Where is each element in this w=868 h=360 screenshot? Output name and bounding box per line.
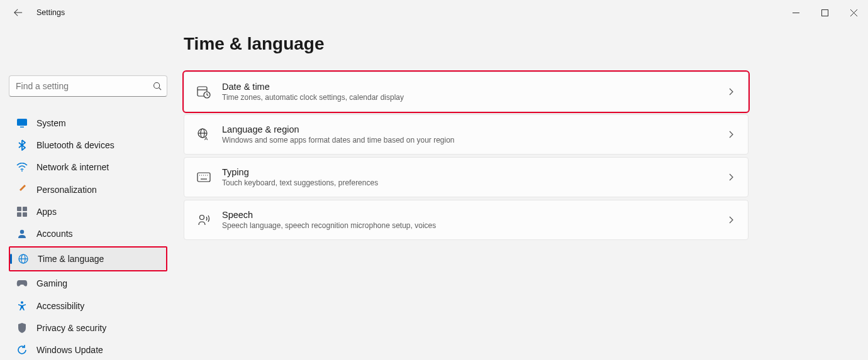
svg-rect-12: [23, 212, 27, 217]
apps-icon: [16, 206, 28, 217]
sidebar-item-personalization[interactable]: Personalization: [9, 180, 167, 199]
paintbrush-icon: [16, 184, 28, 195]
card-date-and-time[interactable]: Date & time Time zones, automatic clock …: [184, 72, 748, 112]
card-subtitle: Speech language, speech recognition micr…: [222, 221, 715, 231]
keyboard-icon: [197, 170, 211, 184]
sidebar-item-accessibility[interactable]: Accessibility: [9, 296, 167, 315]
close-button[interactable]: [839, 3, 868, 23]
card-subtitle: Windows and some apps format dates and t…: [222, 136, 715, 146]
app-title: Settings: [36, 8, 65, 17]
svg-point-13: [20, 230, 24, 234]
maximize-button[interactable]: [810, 3, 839, 23]
sidebar-item-label: Network & internet: [36, 162, 109, 172]
sidebar-item-privacy[interactable]: Privacy & security: [9, 318, 167, 337]
back-button[interactable]: [11, 6, 25, 19]
svg-line-5: [159, 88, 162, 90]
sidebar-item-label: Bluetooth & devices: [36, 140, 114, 150]
sidebar-item-label: Time & language: [38, 254, 104, 264]
accessibility-icon: [16, 300, 28, 312]
search-icon: [152, 81, 162, 91]
card-title: Speech: [222, 209, 715, 221]
main-panel: Time & language Date & time Time zones, …: [176, 25, 868, 360]
chevron-right-icon: [726, 130, 735, 139]
card-subtitle: Touch keyboard, text suggestions, prefer…: [222, 178, 715, 188]
globe-icon: [18, 253, 29, 265]
card-speech[interactable]: Speech Speech language, speech recogniti…: [184, 200, 748, 240]
svg-rect-11: [17, 212, 21, 217]
svg-rect-9: [17, 207, 21, 211]
sidebar-item-system[interactable]: System: [9, 113, 167, 133]
sidebar-item-label: Gaming: [36, 278, 67, 288]
card-typing[interactable]: Typing Touch keyboard, text suggestions,…: [184, 157, 748, 197]
svg-point-34: [200, 215, 204, 220]
update-icon: [16, 344, 28, 356]
svg-point-8: [21, 170, 23, 172]
svg-text:A: A: [204, 136, 208, 141]
chevron-right-icon: [726, 215, 735, 224]
sidebar-item-apps[interactable]: Apps: [9, 202, 167, 221]
window-controls: [781, 3, 868, 23]
page-title: Time & language: [184, 34, 748, 54]
chevron-right-icon: [726, 173, 735, 182]
card-text: Language & region Windows and some apps …: [222, 124, 715, 145]
card-text: Date & time Time zones, automatic clock …: [222, 81, 715, 102]
svg-rect-7: [20, 126, 24, 128]
sidebar-item-label: Privacy & security: [36, 323, 106, 333]
sidebar-item-accounts[interactable]: Accounts: [9, 224, 167, 243]
sidebar-item-label: System: [36, 118, 66, 128]
bluetooth-icon: [16, 139, 28, 151]
card-text: Typing Touch keyboard, text suggestions,…: [222, 166, 715, 188]
user-icon: [16, 228, 28, 239]
search-box[interactable]: [9, 75, 167, 97]
calendar-clock-icon: [197, 85, 211, 99]
svg-rect-27: [198, 173, 210, 182]
sidebar-item-windows-update[interactable]: Windows Update: [9, 341, 167, 360]
card-title: Date & time: [222, 81, 715, 93]
gaming-icon: [16, 278, 28, 289]
card-subtitle: Time zones, automatic clock settings, ca…: [222, 93, 715, 103]
wifi-icon: [16, 161, 28, 173]
sidebar: System Bluetooth & devices Network & int…: [0, 25, 176, 360]
card-title: Typing: [222, 166, 715, 178]
sidebar-item-bluetooth[interactable]: Bluetooth & devices: [9, 135, 167, 155]
chevron-right-icon: [726, 87, 735, 96]
system-icon: [16, 117, 28, 129]
sidebar-item-label: Accessibility: [36, 301, 84, 311]
svg-rect-1: [821, 9, 828, 16]
search-input[interactable]: [9, 75, 167, 97]
sidebar-item-time-and-language[interactable]: Time & language: [10, 248, 166, 270]
sidebar-item-network[interactable]: Network & internet: [9, 158, 167, 177]
sidebar-item-label: Accounts: [36, 229, 73, 239]
language-icon: A: [197, 128, 211, 141]
sidebar-item-label: Windows Update: [36, 345, 103, 355]
sidebar-item-label: Personalization: [36, 185, 97, 195]
card-language-and-region[interactable]: A Language & region Windows and some app…: [184, 114, 748, 155]
titlebar: Settings: [0, 0, 868, 25]
svg-rect-10: [23, 207, 27, 211]
highlight-box: Time & language: [9, 246, 167, 271]
sidebar-item-gaming[interactable]: Gaming: [9, 274, 167, 293]
card-text: Speech Speech language, speech recogniti…: [222, 209, 715, 231]
card-title: Language & region: [222, 124, 715, 136]
speech-icon: [197, 213, 211, 227]
svg-rect-6: [17, 119, 27, 126]
sidebar-item-label: Apps: [36, 207, 57, 217]
svg-point-4: [154, 83, 160, 89]
minimize-button[interactable]: [781, 3, 810, 23]
shield-icon: [16, 322, 28, 334]
svg-point-17: [21, 301, 23, 303]
